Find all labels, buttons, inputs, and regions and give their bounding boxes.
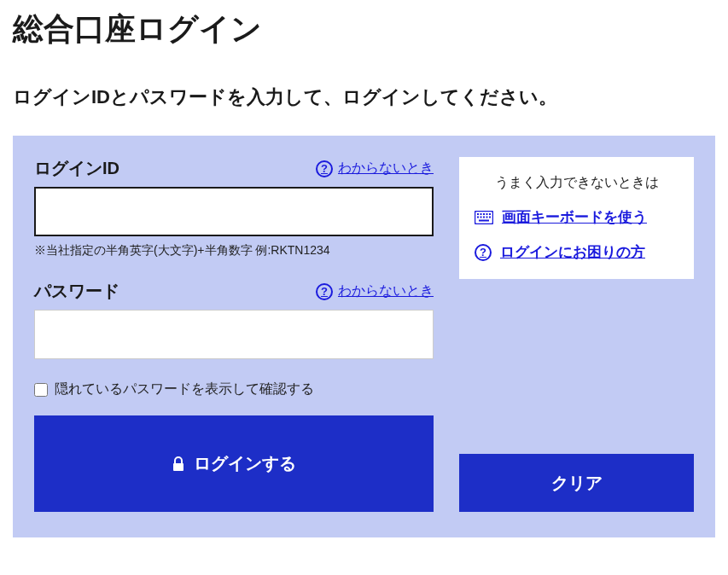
question-icon: ? [475, 244, 492, 261]
spacer [459, 279, 694, 454]
trouble-login-link[interactable]: ? ログインにお困りの方 [475, 242, 678, 262]
question-icon: ? [316, 283, 333, 300]
svg-rect-8 [480, 216, 482, 218]
login-button-label: ログインする [194, 452, 296, 475]
login-id-label: ログインID [34, 157, 119, 180]
login-id-block: ログインID ? わからないとき ※当社指定の半角英字(大文字)+半角数字 例:… [34, 157, 434, 258]
page-subtitle: ログインIDとパスワードを入力して、ログインしてください。 [13, 84, 715, 110]
page-title: 総合口座ログイン [13, 9, 715, 50]
clear-button-label: クリア [551, 472, 603, 495]
password-block: パスワード ? わからないとき [34, 280, 434, 359]
main-column: ログインID ? わからないとき ※当社指定の半角英字(大文字)+半角数字 例:… [34, 157, 434, 512]
screen-keyboard-link[interactable]: 画面キーボードを使う [475, 207, 678, 227]
svg-rect-0 [173, 463, 183, 471]
show-password-row[interactable]: 隠れているパスワードを表示して確認する [34, 380, 434, 398]
password-input[interactable] [34, 310, 434, 359]
login-button[interactable]: ログインする [34, 415, 434, 512]
svg-rect-12 [479, 219, 489, 221]
password-help-link[interactable]: ? わからないとき [316, 282, 434, 300]
svg-rect-6 [489, 213, 491, 215]
show-password-checkbox[interactable] [34, 383, 48, 397]
password-label: パスワード [34, 280, 119, 303]
svg-rect-9 [483, 216, 485, 218]
svg-rect-10 [486, 216, 488, 218]
login-id-hint: ※当社指定の半角英字(大文字)+半角数字 例:RKTN1234 [34, 243, 434, 258]
svg-rect-5 [486, 213, 488, 215]
keyboard-icon [475, 211, 493, 224]
help-box: うまく入力できないときは 画面キーボードを使う ? ログインにお困りの方 [459, 157, 694, 279]
show-password-label: 隠れているパスワードを表示して確認する [55, 380, 314, 398]
lock-icon [172, 456, 185, 472]
svg-rect-7 [477, 216, 479, 218]
password-help-text: わからないとき [338, 282, 434, 300]
clear-button[interactable]: クリア [459, 454, 694, 512]
svg-rect-4 [483, 213, 485, 215]
help-box-title: うまく入力できないときは [475, 174, 678, 192]
svg-rect-11 [489, 216, 491, 218]
login-panel: ログインID ? わからないとき ※当社指定の半角英字(大文字)+半角数字 例:… [13, 136, 715, 537]
screen-keyboard-text: 画面キーボードを使う [502, 207, 647, 227]
trouble-login-text: ログインにお困りの方 [500, 242, 645, 262]
login-id-input[interactable] [34, 187, 434, 236]
login-id-help-link[interactable]: ? わからないとき [316, 160, 434, 177]
side-column: うまく入力できないときは 画面キーボードを使う ? ログインにお困りの方 [459, 157, 694, 512]
login-id-help-text: わからないとき [338, 160, 434, 177]
svg-rect-2 [477, 213, 479, 215]
svg-rect-3 [480, 213, 482, 215]
question-icon: ? [316, 160, 333, 177]
